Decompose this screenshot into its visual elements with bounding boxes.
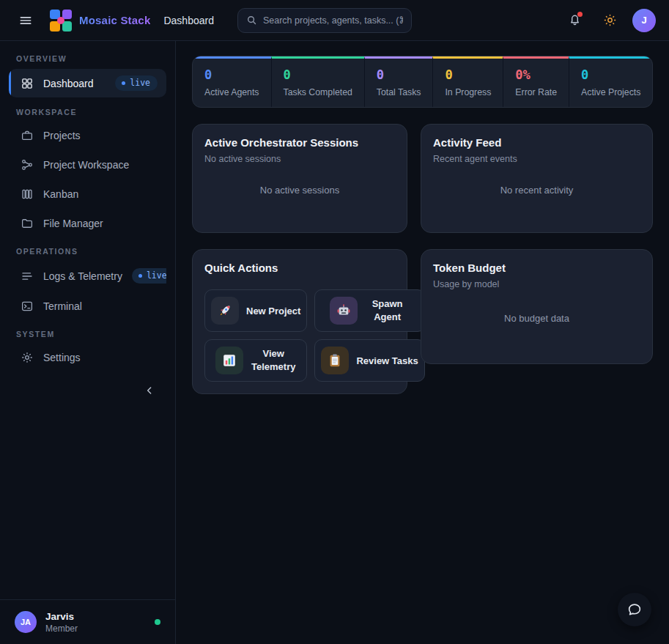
empty-state-text: No budget data [433, 289, 640, 352]
stat-value: 0% [515, 67, 557, 82]
stats-row: 0 Active Agents 0 Tasks Completed 0 Tota… [192, 56, 653, 108]
clipboard-icon [321, 347, 349, 374]
sun-icon [603, 13, 617, 27]
page-title: Dashboard [163, 15, 214, 26]
notification-dot [577, 12, 583, 17]
user-area[interactable]: JA Jarvis Member [0, 599, 175, 644]
view-telemetry-button[interactable]: View Telemetry [204, 339, 307, 382]
stat-label: Total Tasks [377, 87, 421, 97]
main-content: 0 Active Agents 0 Tasks Completed 0 Tota… [176, 41, 669, 644]
card-subtitle: Recent agent events [433, 154, 640, 164]
stat-active-agents: 0 Active Agents [193, 56, 271, 107]
user-avatar[interactable]: J [632, 9, 656, 32]
terminal-icon [21, 300, 34, 313]
stat-label: In Progress [445, 87, 491, 97]
stat-value: 0 [204, 67, 259, 82]
mosaic-logo-icon [50, 10, 72, 32]
stat-label: Active Projects [581, 87, 640, 97]
sidebar-item-terminal[interactable]: Terminal [9, 293, 166, 319]
network-nodes-icon [21, 158, 34, 171]
stat-value: 0 [284, 67, 352, 82]
empty-state-text: No recent activity [433, 164, 640, 221]
token-budget-card: Token Budget Usage by model No budget da… [421, 249, 653, 364]
sidebar-item-file-manager[interactable]: File Manager [9, 210, 166, 237]
robot-icon [330, 297, 358, 325]
sidebar-item-settings[interactable]: Settings [9, 344, 166, 371]
dashboard-grid-icon [21, 77, 34, 90]
search-box[interactable] [237, 8, 412, 33]
card-subtitle: No active sessions [204, 154, 395, 164]
stat-label: Active Agents [204, 87, 259, 97]
section-label-overview: OVERVIEW [16, 54, 159, 63]
brand-name: Mosaic Stack [79, 14, 150, 26]
card-title: Token Budget [433, 262, 640, 274]
theme-toggle-button[interactable] [597, 8, 622, 33]
section-label-system: SYSTEM [16, 330, 159, 338]
search-input[interactable] [263, 15, 403, 26]
stat-total-tasks: 0 Total Tasks [364, 56, 433, 107]
sidebar-item-logs-telemetry[interactable]: Logs & Telemetry live [9, 262, 166, 290]
live-badge: live [115, 75, 158, 91]
stat-value: 0 [445, 67, 491, 82]
user-role: Member [45, 623, 78, 634]
chat-fab-button[interactable] [618, 593, 651, 626]
sidebar: OVERVIEW Dashboard live WORKSPACE Projec… [0, 41, 176, 644]
review-tasks-button[interactable]: Review Tasks [314, 339, 424, 382]
sessions-card: Active Orchestrator Sessions No active s… [192, 124, 407, 233]
sidebar-item-kanban[interactable]: Kanban [9, 181, 166, 207]
sidebar-item-dashboard[interactable]: Dashboard live [9, 69, 166, 97]
menu-icon [18, 13, 33, 28]
rocket-icon [211, 297, 239, 325]
stat-active-projects: 0 Active Projects [569, 56, 652, 107]
card-subtitle: Usage by model [433, 279, 640, 289]
chevron-left-icon [144, 385, 155, 396]
menu-button[interactable] [13, 8, 38, 33]
topbar: Mosaic Stack Dashboard J [0, 0, 669, 41]
search-icon [246, 15, 257, 26]
card-title: Active Orchestrator Sessions [204, 136, 395, 149]
stat-value: 0 [377, 67, 421, 82]
online-status-dot [155, 619, 160, 625]
gear-icon [21, 351, 34, 364]
user-name: Jarvis [45, 610, 78, 623]
section-label-operations: OPERATIONS [16, 247, 159, 256]
live-badge: live [132, 268, 166, 284]
activity-feed-card: Activity Feed Recent agent events No rec… [421, 124, 653, 233]
briefcase-icon [21, 129, 34, 142]
stat-in-progress: 0 In Progress [432, 56, 503, 107]
stat-label: Error Rate [515, 87, 557, 97]
kanban-columns-icon [21, 188, 34, 201]
chart-icon [215, 347, 243, 374]
active-indicator-bar [9, 69, 11, 97]
stat-value: 0 [581, 67, 640, 82]
sidebar-item-project-workspace[interactable]: Project Workspace [9, 152, 166, 178]
chat-bubble-icon [627, 602, 643, 618]
quick-actions-card: Quick Actions New Project Spawn Agent [192, 249, 407, 394]
section-label-workspace: WORKSPACE [16, 108, 159, 116]
logs-lines-icon [21, 270, 34, 283]
new-project-button[interactable]: New Project [204, 289, 307, 332]
sidebar-collapse-button[interactable] [138, 380, 160, 401]
stat-error-rate: 0% Error Rate [503, 56, 569, 107]
card-title: Activity Feed [433, 136, 640, 149]
user-initials-avatar: JA [15, 611, 37, 633]
empty-state-text: No active sessions [204, 164, 395, 221]
spawn-agent-button[interactable]: Spawn Agent [314, 289, 424, 332]
stat-tasks-completed: 0 Tasks Completed [271, 56, 364, 107]
sidebar-item-projects[interactable]: Projects [9, 122, 166, 149]
card-title: Quick Actions [204, 262, 395, 274]
stat-label: Tasks Completed [284, 87, 352, 97]
folder-icon [21, 217, 34, 230]
notifications-button[interactable] [562, 8, 587, 33]
